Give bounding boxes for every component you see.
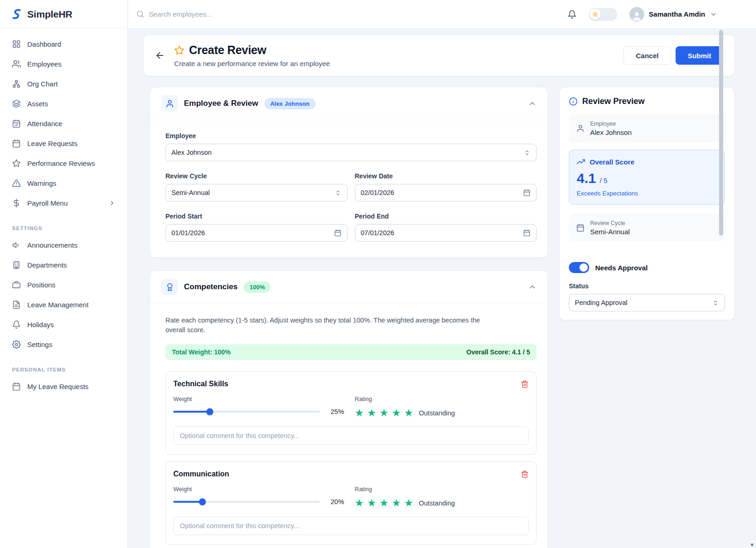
sidebar-item-label: Leave Management [27,301,89,309]
topbar: Samantha Amdin [128,0,756,29]
sidebar-item-label: Warnings [27,179,56,187]
employee-select[interactable]: Alex Johnson [165,144,537,161]
submit-button[interactable]: Submit [676,46,723,65]
megaphone-icon [12,241,21,250]
briefcase-icon [12,280,21,289]
scroll-down-arrow[interactable]: ▼ [750,542,755,548]
review-date-value[interactable] [361,189,524,196]
sidebar-item-org-chart[interactable]: Org Chart [6,74,122,93]
scrollbar-thumb[interactable] [719,30,723,236]
collapse-chevron-up-icon[interactable] [528,99,537,108]
org-chart-icon [12,79,21,88]
preview-employee-label: Employee [590,121,632,127]
search-input[interactable] [149,10,330,18]
preview-employee-card: Employee Alex Johnson [569,115,725,142]
brand-logo-icon [10,8,23,21]
calendar-icon [12,139,21,148]
dollar-icon [12,199,21,207]
sidebar-item-performance-reviews[interactable]: Performance Reviews [6,154,122,173]
document-icon [12,300,21,309]
sidebar-item-leave-requests[interactable]: Leave Requests [6,134,122,153]
period-end-input[interactable] [355,224,537,242]
select-chevrons-icon [712,299,719,306]
overall-score-card: Overall Score 4.1 / 5 Exceeds Expectatio… [569,150,725,205]
period-start-value[interactable] [171,229,334,237]
star-rating[interactable]: ★★★★★ [355,498,414,508]
competency-comment-input[interactable] [173,517,529,535]
weight-total-badge: 100% [244,281,271,293]
review-cycle-select[interactable]: Semi-Annual [165,184,348,201]
needs-approval-label: Needs Approval [595,264,648,272]
weight-summary-bar: Total Weight: 100% Overall Score: 4.1 / … [165,344,537,360]
period-start-label: Period Start [165,213,348,220]
avatar [629,7,644,22]
user-menu[interactable]: Samantha Amdin [629,7,717,22]
select-chevrons-icon [524,149,530,156]
status-select[interactable]: Pending Approval [569,294,725,311]
rating-label: Rating [355,396,529,402]
brand[interactable]: SimpleHR [0,0,128,28]
sidebar-item-departments[interactable]: Departments [6,256,122,274]
sidebar-item-assets[interactable]: Assets [6,94,122,113]
period-start-input[interactable] [165,224,348,242]
collapse-chevron-up-icon[interactable] [528,283,537,291]
delete-competency-button[interactable] [521,470,529,478]
competencies-card: Competencies 100% Rate each competency (… [150,270,548,548]
delete-competency-button[interactable] [521,380,529,388]
person-icon [161,95,178,112]
rating-text: Outstanding [419,409,455,417]
sidebar-item-warnings[interactable]: Warnings [6,174,122,193]
weight-value: 25% [331,408,348,415]
sidebar: SimpleHR Dashboard Employees Org Chart A… [0,0,128,548]
sidebar-item-settings[interactable]: Settings [6,335,122,354]
employee-review-title: Employee & Review [184,99,258,108]
review-cycle-value: Semi-Annual [171,189,210,196]
sidebar-item-holidays[interactable]: Holidays [6,315,122,334]
form-column: Employee & Review Alex Johnson Employee … [150,87,548,548]
search-box [136,10,330,18]
review-cycle-label: Review Cycle [165,172,348,180]
back-button[interactable] [155,50,165,61]
rating-text: Outstanding [419,499,455,507]
weight-label: Weight [173,486,348,493]
person-icon [576,124,585,133]
score-suffix: / 5 [600,177,608,184]
sidebar-item-label: Leave Requests [27,140,77,147]
sidebar-item-announcements[interactable]: Announcements [6,236,122,255]
star-rating[interactable]: ★★★★★ [355,408,414,418]
sidebar-item-dashboard[interactable]: Dashboard [6,35,122,54]
period-end-value[interactable] [361,229,524,237]
competency-comment-input[interactable] [173,426,529,445]
review-star-icon [174,45,184,55]
sidebar-item-my-leave-requests[interactable]: My Leave Requests [6,377,122,396]
review-date-input[interactable] [355,184,537,201]
employee-review-card: Employee & Review Alex Johnson Employee … [150,87,548,258]
chevron-down-icon [710,11,717,18]
sidebar-item-positions[interactable]: Positions [6,275,122,294]
notifications-bell-icon[interactable] [567,10,577,19]
employee-select-value: Alex Johnson [171,149,212,156]
needs-approval-toggle[interactable] [569,262,589,273]
calendar-icon [334,229,341,237]
users-icon [12,60,21,68]
sidebar-item-attendance[interactable]: Attendance [6,114,122,133]
page-title: Create Review [189,43,266,57]
page-content: Create Review Create a new performance r… [128,29,756,548]
page-subtitle: Create a new performance review for an e… [174,60,330,67]
weight-slider[interactable] [173,501,320,503]
sidebar-item-leave-management[interactable]: Leave Management [6,295,122,314]
sidebar-item-label: Payroll Menu [27,199,68,207]
preview-column: Review Preview Employee Alex Johnson Ove… [559,87,735,320]
trash-icon [521,380,529,388]
weight-slider[interactable] [173,411,320,413]
sidebar-item-employees[interactable]: Employees [6,55,122,73]
sidebar-item-payroll-menu[interactable]: Payroll Menu [6,194,122,213]
theme-toggle-knob [590,9,601,20]
sidebar-nav: Dashboard Employees Org Chart Assets Att… [0,28,128,396]
status-label: Status [569,282,725,290]
cancel-button[interactable]: Cancel [623,46,671,65]
preview-review-cycle-value: Semi-Annual [590,228,630,236]
theme-toggle[interactable] [589,8,617,21]
sidebar-section-settings: SETTINGS [0,213,128,235]
overall-score-label: Overall Score [590,158,634,166]
